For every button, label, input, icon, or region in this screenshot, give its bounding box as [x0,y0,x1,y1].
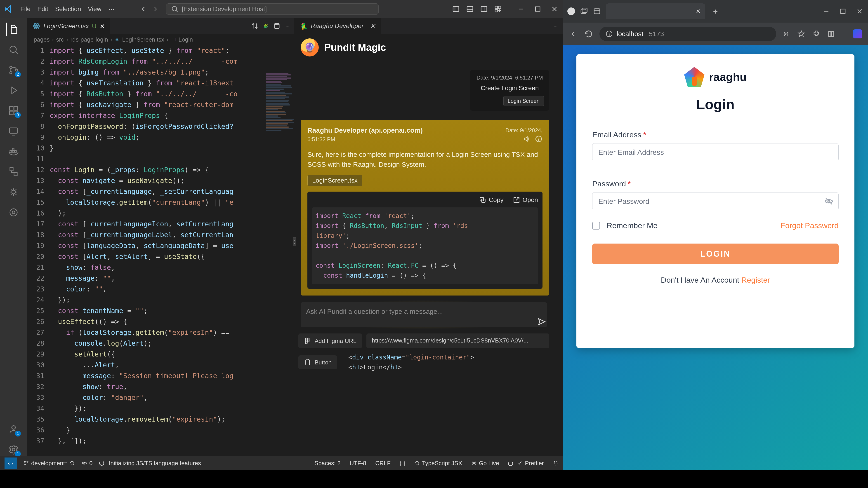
assistant-file-chip[interactable]: LoginScreen.tsx [307,175,362,186]
password-field[interactable]: Enter Password [592,192,839,210]
profile-dot-icon[interactable] [567,7,575,15]
tab-close-icon[interactable]: ✕ [696,8,701,15]
more-icon[interactable]: ⋯ [842,32,846,36]
login-button[interactable]: LOGIN [592,243,839,264]
breadcrumb[interactable]: -pages› src› rds-page-login› LoginScreen… [27,34,294,45]
layout-bottom-icon[interactable] [466,5,474,13]
chat-tab-more-icon[interactable]: ⋯ [554,24,557,28]
email-field[interactable]: Enter Email Address [592,143,839,161]
activity-search-icon[interactable] [7,43,20,57]
split-drag-handle[interactable]: ⋮ [293,237,296,246]
editor-action-book-icon[interactable] [273,22,281,30]
prompt-chip[interactable]: Login Screen [503,96,544,106]
svg-rect-56 [829,31,831,37]
layout-customize-icon[interactable] [494,5,502,13]
status-bell-icon[interactable] [553,460,558,466]
code-editor[interactable]: 1234567891011121314151617181920212223242… [27,45,294,456]
activity-ext2-icon[interactable] [7,205,20,219]
figma-url-field[interactable]: https://www.figma.com/design/c5cLtI5LcDS… [366,333,549,348]
editor-action-more-icon[interactable]: ⋯ [286,24,289,28]
browser-maximize-icon[interactable] [839,7,847,15]
add-figma-button[interactable]: Add Figma URL [298,333,362,348]
menu-file[interactable]: File [20,5,31,13]
read-aloud-icon[interactable] [782,30,790,38]
remember-checkbox[interactable] [592,222,600,230]
menu-view[interactable]: View [88,5,101,13]
email-placeholder: Enter Email Address [598,148,664,157]
favorite-icon[interactable] [798,30,805,38]
window-minimize-icon[interactable] [517,5,525,13]
window-maximize-icon[interactable] [534,5,541,13]
layout-right-icon[interactable] [480,5,488,13]
activity-db-icon[interactable] [7,165,20,178]
info-icon[interactable] [535,135,542,143]
menu-edit[interactable]: Edit [37,5,48,13]
activity-accounts-icon[interactable]: 1 [7,422,20,436]
status-eol[interactable]: CRLF [375,460,391,467]
menu-more-icon[interactable]: ⋯ [108,5,115,13]
status-golive[interactable]: Go Live [471,460,499,467]
tab-overview-icon[interactable] [593,7,601,15]
speaker-icon[interactable] [523,135,531,143]
nav-back-icon[interactable] [569,29,578,38]
status-prettier[interactable]: ✓ Prettier [508,460,544,467]
toggle-password-icon[interactable] [825,197,833,206]
tab-close-icon[interactable]: ✕ [100,23,105,30]
chat-tab[interactable]: 🦜 Raaghu Developer ✕ [294,18,381,34]
activity-ext1-icon[interactable] [7,185,20,199]
activity-scm-icon[interactable]: 2 [7,63,20,77]
browser-close-icon[interactable] [856,7,864,15]
status-ports[interactable]: 0 [82,460,92,467]
chat-tab-close-icon[interactable]: ✕ [370,22,375,30]
window-close-icon[interactable] [551,5,558,13]
status-braces-icon[interactable]: { } [400,460,405,467]
status-branch[interactable]: development* [24,460,75,467]
browser-tab[interactable]: ✕ [606,3,705,19]
extensions-icon[interactable] [812,30,820,38]
register-link[interactable]: Register [741,275,770,284]
chat-input[interactable]: Ask AI Pundit a question or type a messa… [301,302,547,327]
editor-tab-loginscreen[interactable]: LoginScreen.tsx U ✕ [27,18,110,34]
chat-pane: 🦜 Raaghu Developer ✕ ⋯ 🔮 Pundit Magic Da… [294,18,563,456]
activity-explorer-icon[interactable] [6,23,20,36]
send-icon[interactable] [535,315,548,328]
copy-button[interactable]: Copy [479,196,503,204]
minimap[interactable] [265,72,294,456]
editor-action-compare-icon[interactable] [251,22,258,30]
status-lang[interactable]: TypeScript JSX [414,460,462,467]
address-bar[interactable]: localhost:5173 [599,27,776,41]
open-button[interactable]: Open [513,196,538,204]
new-tab-button[interactable]: ＋ [710,6,721,17]
reload-icon[interactable] [584,29,593,38]
remote-indicator[interactable] [4,457,17,469]
editor-action-ext-icon[interactable]: 🧩 [264,24,268,28]
status-spaces[interactable]: Spaces: 2 [314,460,341,467]
status-encoding[interactable]: UTF-8 [350,460,366,467]
nav-forward-icon[interactable] [152,5,159,13]
workspaces-icon[interactable] [580,7,588,15]
svg-rect-19 [12,151,14,152]
command-center[interactable]: [Extension Development Host] [166,3,379,15]
activity-extensions-icon[interactable]: 3 [7,104,20,118]
collections-icon[interactable] [827,30,835,38]
svg-point-0 [172,6,177,11]
layout-left-icon[interactable] [452,5,460,13]
activity-remote-icon[interactable] [7,124,20,138]
svg-rect-8 [11,28,17,33]
required-asterisk: * [643,130,646,139]
svg-point-47 [24,464,26,465]
ui-chip-button[interactable]: Button [298,355,337,369]
svg-rect-22 [10,168,13,171]
status-bar: development* 0 Initializing JS/TS langua… [0,456,563,470]
nav-back-icon[interactable] [140,5,147,13]
menu-selection[interactable]: Selection [55,5,81,13]
page-viewport: raaghu Login Email Address* Enter Email … [563,45,868,470]
copilot-icon[interactable] [853,29,862,38]
forgot-password-link[interactable]: Forgot Password [780,221,839,230]
activity-debug-icon[interactable] [7,84,20,97]
activity-settings-icon[interactable]: 1 [7,443,20,456]
site-info-icon[interactable] [605,30,613,38]
tab-modified-indicator: U [92,23,96,30]
browser-minimize-icon[interactable] [822,7,830,15]
activity-docker-icon[interactable] [7,144,20,158]
